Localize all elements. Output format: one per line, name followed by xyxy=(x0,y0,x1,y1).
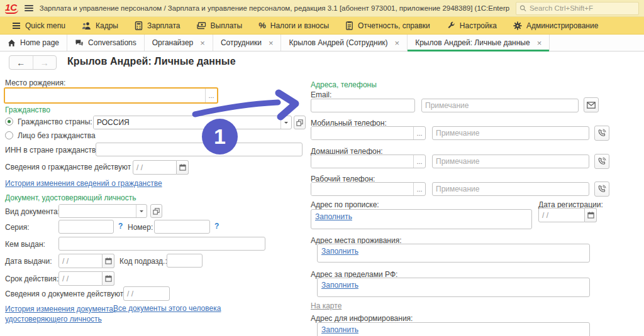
mobile-note-input[interactable] xyxy=(432,126,589,140)
tab-sotrudniki[interactable]: Сотрудники × xyxy=(213,35,282,51)
menu-quick-menu[interactable]: Quick menu xyxy=(4,17,74,34)
menu-kadry[interactable]: Кадры xyxy=(74,17,126,34)
work-note-input[interactable] xyxy=(432,182,589,196)
menu-otchetnost[interactable]: Отчетность, справки xyxy=(337,17,438,34)
work-phone-input[interactable] xyxy=(311,183,413,195)
close-icon[interactable]: × xyxy=(537,39,542,47)
abroad-address-box[interactable]: Заполнить xyxy=(317,278,590,297)
menu-zarplata[interactable]: Зарплата xyxy=(126,17,189,34)
ellipsis-button[interactable]: ... xyxy=(413,183,425,195)
mobile-phone-input[interactable] xyxy=(311,127,413,139)
inn-input[interactable] xyxy=(96,143,303,156)
birthplace-field[interactable]: ... xyxy=(4,87,218,104)
tab-home-page[interactable]: Home page xyxy=(0,35,67,51)
tab-label: Home page xyxy=(20,38,59,47)
residence-address-box[interactable]: Заполнить xyxy=(317,244,590,263)
number-input[interactable] xyxy=(154,220,210,234)
main-menubar: Quick menu Кадры Зарплата Выплаты % Нало… xyxy=(0,17,644,35)
home-note-input[interactable] xyxy=(432,154,589,168)
date-input[interactable]: / / xyxy=(538,208,585,222)
menu-vyplaty[interactable]: Выплаты xyxy=(189,17,251,34)
phone-icon xyxy=(597,129,606,138)
tab-conversations[interactable]: Conversations xyxy=(67,35,145,51)
menu-label: Налоги и взносы xyxy=(270,21,329,30)
menu-administrirovanie[interactable]: Администрирование xyxy=(505,17,606,34)
tab-krylov-lichnye-dannye[interactable]: Крылов Андрей: Личные данные × xyxy=(408,35,550,51)
call-work-button[interactable] xyxy=(594,182,609,197)
home-phone-field[interactable]: ... xyxy=(311,154,426,168)
forward-button[interactable]: → xyxy=(33,56,57,69)
menu-label: Кадры xyxy=(96,21,118,30)
stateless-radio[interactable] xyxy=(5,131,13,139)
info-address-box[interactable]: Заполнить xyxy=(317,322,590,336)
menu-label: Настройка xyxy=(460,21,497,30)
date-input[interactable]: / / xyxy=(133,160,177,175)
tab-label: Крылов Андрей: Личные данные xyxy=(415,38,530,47)
open-doc-type-button[interactable] xyxy=(150,204,162,218)
back-button[interactable]: ← xyxy=(9,56,33,69)
doc-type-input[interactable] xyxy=(59,205,136,217)
date-input[interactable]: / / xyxy=(123,286,170,301)
search-input[interactable] xyxy=(530,4,635,12)
birthplace-label: Место рождения: xyxy=(5,79,65,87)
call-mobile-button[interactable] xyxy=(594,126,609,141)
send-email-button[interactable] xyxy=(584,97,599,112)
series-help[interactable]: ? xyxy=(118,222,123,230)
all-documents-link[interactable]: Все документы этого человека xyxy=(113,304,221,313)
calendar-button[interactable] xyxy=(585,208,597,222)
info-address-label: Адрес для информирования: xyxy=(311,314,413,323)
phone-icon xyxy=(597,157,606,166)
app-title: Зарплата и управление персоналом / Зарпл… xyxy=(40,4,509,12)
number-help[interactable]: ? xyxy=(214,222,219,230)
doc-history-link[interactable]: История изменения документа, удостоверяю… xyxy=(5,304,116,324)
calendar-button[interactable] xyxy=(103,254,114,268)
open-country-button[interactable] xyxy=(294,116,306,129)
global-search[interactable] xyxy=(516,2,639,15)
email-note-input[interactable] xyxy=(421,99,579,112)
tab-label: Крылов Андрей (Сотрудник) xyxy=(289,38,387,47)
fill-info-address-link[interactable]: Заполнить xyxy=(321,325,358,334)
work-phone-field[interactable]: ... xyxy=(311,182,426,196)
fill-residence-address-link[interactable]: Заполнить xyxy=(321,247,358,256)
ellipsis-button[interactable]: ... xyxy=(413,127,425,139)
email-input[interactable] xyxy=(311,99,415,112)
close-icon[interactable]: × xyxy=(200,39,205,47)
calendar-button[interactable] xyxy=(103,271,114,286)
dropdown-button[interactable] xyxy=(280,116,291,129)
tab-krylov-sotrudnik[interactable]: Крылов Андрей (Сотрудник) × xyxy=(281,35,408,51)
date-input[interactable]: / / xyxy=(58,254,103,268)
series-input[interactable] xyxy=(58,220,114,234)
dept-code-label: Код подразд.: xyxy=(119,257,167,266)
main-menu-icon[interactable] xyxy=(25,5,33,11)
citizenship-valid-date: / / xyxy=(133,160,189,175)
ellipsis-button[interactable]: ... xyxy=(413,155,425,168)
fill-registration-address-link[interactable]: Заполнить xyxy=(315,212,352,221)
dept-code-input[interactable] xyxy=(167,254,203,268)
citizenship-country-combo[interactable] xyxy=(93,116,292,129)
on-map-link[interactable]: На карте xyxy=(311,301,341,310)
calendar-button[interactable] xyxy=(177,160,189,175)
citizenship-country-input[interactable] xyxy=(94,116,280,129)
open-in-window-icon xyxy=(296,119,303,126)
menu-nalogi[interactable]: % Налоги и взносы xyxy=(250,17,337,34)
date-input[interactable]: / / xyxy=(58,271,103,286)
dropdown-button[interactable] xyxy=(136,205,147,217)
fill-abroad-address-link[interactable]: Заполнить xyxy=(321,281,358,290)
issued-by-input[interactable] xyxy=(58,237,265,251)
call-home-button[interactable] xyxy=(594,154,609,169)
doc-type-label: Вид документа: xyxy=(5,207,60,216)
registration-address-box[interactable]: Заполнить xyxy=(311,209,532,229)
close-icon[interactable]: × xyxy=(395,39,400,47)
mobile-phone-field[interactable]: ... xyxy=(311,126,426,140)
home-phone-input[interactable] xyxy=(311,155,413,168)
close-icon[interactable]: × xyxy=(269,39,274,47)
window-title-bar: 1С Зарплата и управление персоналом / За… xyxy=(0,0,644,17)
doc-type-combo[interactable] xyxy=(58,204,147,218)
tab-organayzer[interactable]: Органайзер × xyxy=(145,35,213,51)
ellipsis-button[interactable]: ... xyxy=(205,89,217,102)
citizenship-history-link[interactable]: История изменения сведений о гражданстве xyxy=(5,179,162,188)
menu-nastroyka[interactable]: Настройка xyxy=(438,17,505,34)
citizenship-country-radio[interactable] xyxy=(5,117,13,126)
birthplace-input[interactable] xyxy=(5,89,205,102)
1c-logo: 1С xyxy=(5,3,18,14)
